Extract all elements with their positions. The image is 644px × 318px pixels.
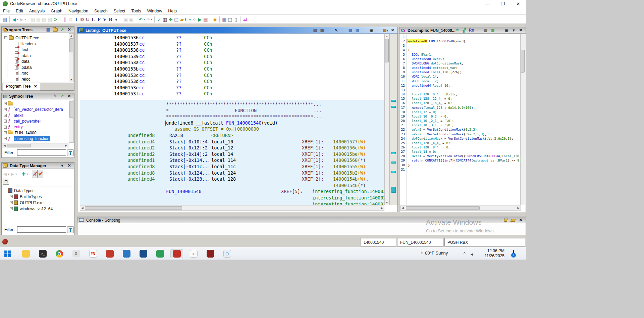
tree-label[interactable]: interesting_function — [14, 136, 50, 141]
listing-hscrollbar[interactable]: ◀▶ — [80, 206, 384, 211]
graph-icon[interactable]: ▞ — [462, 28, 467, 33]
tree-row--rdata[interactable]: .rdata — [10, 53, 31, 59]
expander-icon[interactable]: + — [4, 102, 7, 105]
tree-label[interactable]: .reloc — [20, 77, 30, 82]
instruction-i-icon[interactable]: I — [73, 16, 79, 23]
data-d-icon[interactable]: D — [79, 16, 85, 23]
edit-fields-icon[interactable]: ▦ — [347, 28, 353, 33]
project-icon[interactable]: ▰ — [179, 16, 185, 23]
scroll-lock-icon[interactable] — [502, 218, 508, 223]
decompile-line[interactable] — [408, 168, 520, 172]
clock-widget[interactable]: 12:36 PM 11/26/2025 — [479, 248, 504, 259]
export-program-icon[interactable]: ▤ — [47, 16, 53, 23]
listing-line[interactable]: 14000153ecc??CCh — [80, 85, 384, 91]
save-icon[interactable]: ▤ — [2, 16, 8, 23]
open-folder-icon[interactable] — [52, 27, 58, 32]
close-icon[interactable]: ✕ — [518, 28, 524, 33]
close-icon[interactable]: ✕ — [34, 84, 37, 89]
listing-line[interactable]: 140001539cc??CCh — [80, 54, 384, 60]
decompile-line[interactable]: } — [408, 163, 520, 168]
expander-icon[interactable]: + — [10, 201, 13, 204]
listing-header[interactable]: Listing: OUTPUT.exe ▤▥↖▦▧▣▤▾✕ — [77, 27, 397, 34]
decompile-line[interactable]: local_128._16_4_ = 0; — [408, 101, 520, 105]
menu-search[interactable]: Search — [91, 8, 111, 14]
listing-line[interactable]: interesting_function:140002741 — [80, 201, 384, 205]
expander-icon[interactable]: + — [4, 108, 7, 111]
tree-row--pdata[interactable]: .pdata — [10, 65, 32, 71]
clear-code-icon[interactable]: ⊘ — [68, 16, 73, 23]
filter-arrays-icon[interactable]: ▯ — [32, 170, 38, 178]
redo-icon[interactable]: ↷ — [145, 16, 151, 23]
listing-navigation-margin[interactable] — [389, 34, 397, 205]
decompile-line[interactable]: undefined local_128 [276]; — [408, 70, 520, 75]
listing-line[interactable]: undefined2Stack[-0x14]:2local_14XREF[1]:… — [80, 151, 384, 157]
memory-snapshot-icon[interactable]: ▣ — [123, 16, 128, 23]
listing-line[interactable]: undefined8 __fastcall FUN_140001540(void… — [80, 120, 384, 126]
dropdown-icon[interactable]: ▾ — [26, 173, 28, 176]
dropdown-icon[interactable]: ▾ — [17, 18, 18, 21]
tree-row--eh-vector-destructor-itera[interactable]: +ƒ`eh_vector_destructor_itera — [4, 107, 63, 112]
listing-line[interactable]: undefined8RAX:8<RETURN> — [80, 133, 384, 139]
listing-line[interactable]: 14000153acc??CCh — [80, 60, 384, 66]
validate-icon[interactable]: ✓ — [156, 16, 162, 23]
listing-line[interactable]: 14000153bcc??CCh — [80, 66, 384, 72]
listing-line[interactable]: 140001538cc??CCh — [80, 47, 384, 53]
tree-row-headers[interactable]: Headers — [10, 41, 36, 47]
symbol-filter-input[interactable] — [17, 149, 66, 156]
tree-label[interactable]: windows_vs12_64 — [20, 207, 53, 211]
tree-row-fun-14000[interactable]: +FUN_14000 — [4, 130, 37, 136]
tree-label[interactable]: .rdata — [20, 53, 31, 58]
vm-display-icon[interactable]: ▢ — [221, 249, 233, 258]
snapshot-icon[interactable]: ▣ — [504, 28, 509, 33]
close-icon[interactable]: ✕ — [66, 27, 72, 32]
tree-label[interactable]: entry — [14, 125, 23, 129]
dtm-filter-input[interactable] — [17, 226, 66, 233]
snapshot-icon[interactable]: ▣ — [369, 28, 374, 33]
decompile-line[interactable]: DWORDLONG dwlConditionMask; — [408, 61, 520, 66]
dropdown-icon[interactable]: ▾ — [511, 28, 517, 33]
expand-icon[interactable]: ↗ — [59, 27, 65, 32]
start-button[interactable] — [3, 249, 15, 258]
decompile-line[interactable]: uVar2 = VerSetConditionMask(uVar2,1,3); — [408, 132, 520, 137]
tree-row-builtintypes[interactable]: +BuiltInTypes — [10, 194, 42, 200]
decompile-line[interactable]: local_128._0_4_ = 0x11c; — [408, 92, 520, 97]
tree-row-output-exe[interactable]: +OUTPUT.exe — [10, 200, 44, 206]
fn-app-icon[interactable]: FN — [87, 249, 99, 258]
script-manager-icon[interactable]: ✤ — [168, 16, 173, 23]
back-icon[interactable]: ◀ — [11, 16, 17, 23]
gray-dragon-icon[interactable]: G — [70, 249, 83, 258]
tree-label[interactable]: BuiltInTypes — [20, 194, 42, 199]
dtm-header[interactable]: DT Data Type Manager ▾✕ — [2, 163, 74, 169]
page-icon[interactable]: ▯ — [233, 16, 238, 23]
expander-icon[interactable]: + — [10, 195, 13, 198]
computer-icon[interactable]: ▢ — [227, 16, 233, 23]
tray-chevron-icon[interactable]: ^ — [464, 251, 466, 256]
listing-line[interactable]: undefined8Stack[-0x11c...local_11cXREF[1… — [80, 164, 384, 170]
back-icon[interactable]: ◀ — [2, 170, 8, 178]
paste-program-icon[interactable]: ▤ — [36, 16, 41, 23]
menu-tools[interactable]: Tools — [128, 8, 144, 14]
navigation-mark[interactable] — [391, 162, 396, 164]
dropdown-icon[interactable]: ▾ — [151, 18, 152, 21]
swap-icon[interactable]: ⇄ — [242, 16, 248, 23]
dropdown-icon[interactable]: ▾ — [24, 18, 26, 21]
menu-select[interactable]: Select — [111, 8, 128, 14]
forward-icon[interactable]: ▶ — [10, 170, 15, 178]
listing-line[interactable]: 1400015c6(*) — [80, 183, 384, 189]
decompile-line[interactable]: BVar1 = VerifyVersionInfoW((LPOSVERSIONI… — [408, 154, 520, 158]
tab-program-tree[interactable]: Program Tree ✕ — [3, 83, 40, 91]
close-icon[interactable]: ✕ — [66, 163, 72, 168]
maximize-button[interactable]: ❐ — [495, 0, 511, 8]
listing-line[interactable]: 14000153ccc??CCh — [80, 73, 384, 79]
cpp-icon[interactable]: C+ — [185, 16, 191, 23]
undefined-u-icon[interactable]: U — [85, 16, 91, 23]
function-f-icon[interactable]: F — [96, 16, 102, 23]
cursor-style-icon[interactable]: ❙ — [62, 16, 68, 23]
decompile-line[interactable] — [408, 35, 520, 39]
chrome-icon[interactable] — [53, 249, 66, 258]
tree-row-atexit[interactable]: +ƒatexit — [4, 113, 23, 119]
forward-icon[interactable]: ▶ — [19, 16, 24, 23]
expander-icon[interactable]: + — [10, 207, 13, 210]
navigation-mark[interactable] — [391, 106, 396, 108]
tree-label[interactable]: FUN_14000 — [15, 131, 37, 135]
